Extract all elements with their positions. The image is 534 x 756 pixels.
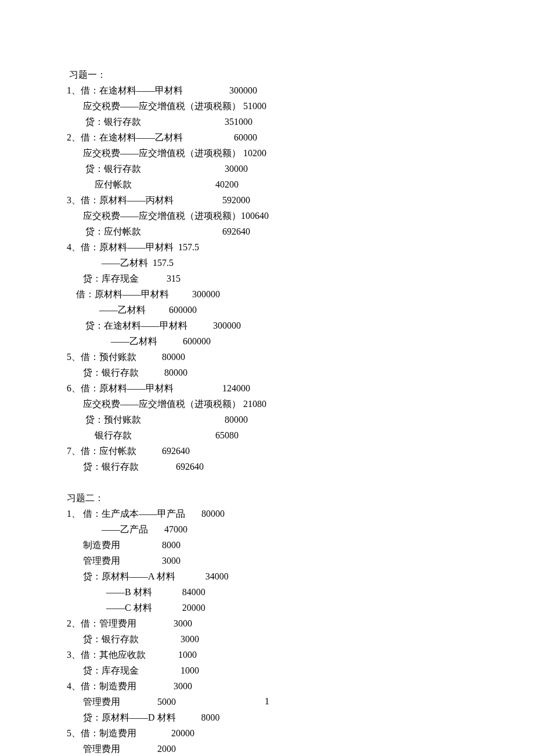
entry-line: 贷：银行存款 351000 bbox=[67, 114, 467, 129]
entry-line: 应交税费——应交增值税（进项税额）100640 bbox=[67, 208, 467, 224]
entry-line: 4、借：制造费用 3000 bbox=[67, 678, 467, 694]
entry-line: 5、借：预付账款 80000 bbox=[67, 349, 467, 365]
entry-line: ——乙产品 47000 bbox=[67, 521, 467, 537]
entry-line: 4、借：原材料——甲材料 157.5 bbox=[67, 239, 467, 255]
entry-line: 应交税费——应交增值税（进项税额） 51000 bbox=[67, 98, 467, 114]
entry-line: 1、借：在途材料——甲材料 300000 bbox=[67, 82, 467, 98]
entry-line: ——乙材料 600000 bbox=[67, 333, 467, 349]
page-number: 1 bbox=[0, 696, 534, 707]
entry-line: ——B 材料 84000 bbox=[67, 584, 467, 600]
entry-line: 应交税费——应交增值税（进项税额） 10200 bbox=[67, 145, 467, 161]
spacer bbox=[67, 474, 467, 490]
entry-line: 管理费用 3000 bbox=[67, 553, 467, 568]
section-title: 习题二： bbox=[67, 490, 467, 506]
entry-line: 制造费用 8000 bbox=[67, 537, 467, 553]
entry-line: 贷：在途材料——甲材料 300000 bbox=[67, 318, 467, 333]
entry-line: 银行存款 65080 bbox=[67, 427, 467, 443]
entry-line: 贷：原材料——D 材料 8000 bbox=[67, 710, 467, 725]
entry-line: 应付帐款 40200 bbox=[67, 177, 467, 192]
entry-line: 借：原材料——甲材料 300000 bbox=[67, 286, 467, 302]
entry-line: ——乙材料 157.5 bbox=[67, 255, 467, 271]
entry-line: 2、借：在途材料——乙材料 60000 bbox=[67, 129, 467, 145]
entry-line: ——C 材料 20000 bbox=[67, 600, 467, 615]
entry-line: 7、借：应付帐款 692640 bbox=[67, 443, 467, 459]
entry-line: 贷：银行存款 30000 bbox=[67, 161, 467, 177]
entry-line: 贷：银行存款 3000 bbox=[67, 631, 467, 647]
entry-line: 1、 借：生产成本——甲产品 80000 bbox=[67, 506, 467, 521]
entry-line: 贷：库存现金 1000 bbox=[67, 663, 467, 678]
section-title: 习题一： bbox=[67, 67, 467, 82]
entry-line: 6、借：原材料——甲材料 124000 bbox=[67, 380, 467, 396]
entry-line: ——乙材料 600000 bbox=[67, 302, 467, 318]
entry-line: 贷：预付账款 80000 bbox=[67, 412, 467, 427]
entry-line: 应交税费——应交增值税（进项税额） 21080 bbox=[67, 396, 467, 412]
entry-line: 管理费用 2000 bbox=[67, 741, 467, 756]
entry-line: 贷：银行存款 692640 bbox=[67, 459, 467, 474]
entry-line: 3、借：其他应收款 1000 bbox=[67, 647, 467, 663]
entry-line: 贷：原材料——A 材料 34000 bbox=[67, 568, 467, 584]
entry-line: 贷：银行存款 80000 bbox=[67, 365, 467, 380]
entry-line: 贷：库存现金 315 bbox=[67, 271, 467, 286]
entry-line: 2、借：管理费用 3000 bbox=[67, 615, 467, 631]
entry-line: 贷：应付帐款 692640 bbox=[67, 224, 467, 239]
document-page: 习题一： 1、借：在途材料——甲材料 300000 应交税费——应交增值税（进项… bbox=[0, 0, 534, 756]
entry-line: 5、借：制造费用 20000 bbox=[67, 725, 467, 741]
entry-line: 3、借：原材料——丙材料 592000 bbox=[67, 192, 467, 208]
